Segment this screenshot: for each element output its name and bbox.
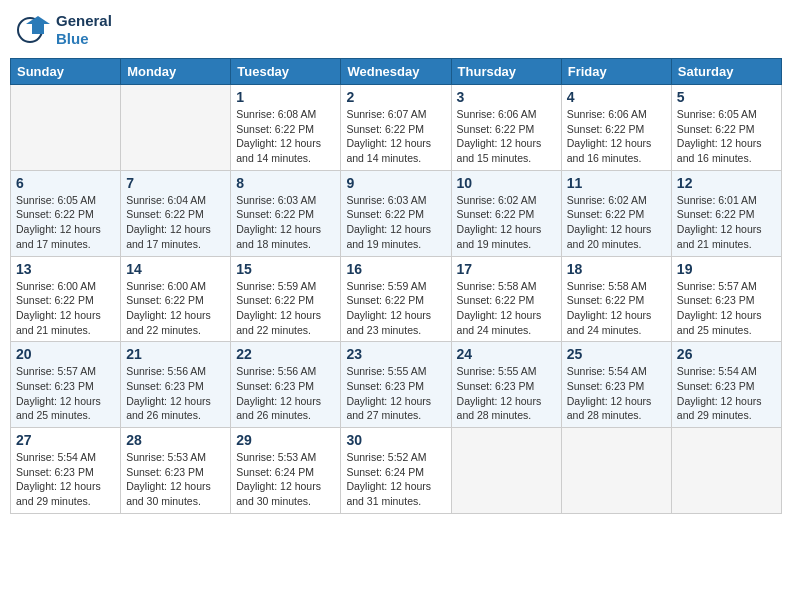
weekday-header-thursday: Thursday: [451, 59, 561, 85]
day-number: 1: [236, 89, 335, 105]
calendar-cell: 12Sunrise: 6:01 AMSunset: 6:22 PMDayligh…: [671, 170, 781, 256]
day-number: 15: [236, 261, 335, 277]
calendar-cell: 8Sunrise: 6:03 AMSunset: 6:22 PMDaylight…: [231, 170, 341, 256]
calendar-cell: 7Sunrise: 6:04 AMSunset: 6:22 PMDaylight…: [121, 170, 231, 256]
day-info: Sunrise: 5:52 AMSunset: 6:24 PMDaylight:…: [346, 450, 445, 509]
day-number: 16: [346, 261, 445, 277]
day-info: Sunrise: 6:04 AMSunset: 6:22 PMDaylight:…: [126, 193, 225, 252]
day-number: 10: [457, 175, 556, 191]
day-number: 3: [457, 89, 556, 105]
day-number: 23: [346, 346, 445, 362]
calendar-cell: [11, 85, 121, 171]
calendar-cell: 15Sunrise: 5:59 AMSunset: 6:22 PMDayligh…: [231, 256, 341, 342]
calendar-cell: 6Sunrise: 6:05 AMSunset: 6:22 PMDaylight…: [11, 170, 121, 256]
calendar-cell: 9Sunrise: 6:03 AMSunset: 6:22 PMDaylight…: [341, 170, 451, 256]
day-number: 28: [126, 432, 225, 448]
calendar-week-row: 27Sunrise: 5:54 AMSunset: 6:23 PMDayligh…: [11, 428, 782, 514]
day-info: Sunrise: 5:59 AMSunset: 6:22 PMDaylight:…: [236, 279, 335, 338]
logo-general: General: [56, 12, 112, 30]
weekday-header-sunday: Sunday: [11, 59, 121, 85]
calendar-cell: 3Sunrise: 6:06 AMSunset: 6:22 PMDaylight…: [451, 85, 561, 171]
calendar-cell: [451, 428, 561, 514]
calendar-cell: 22Sunrise: 5:56 AMSunset: 6:23 PMDayligh…: [231, 342, 341, 428]
day-info: Sunrise: 5:55 AMSunset: 6:23 PMDaylight:…: [346, 364, 445, 423]
header: GeneralBlue: [10, 10, 782, 50]
calendar-cell: 27Sunrise: 5:54 AMSunset: 6:23 PMDayligh…: [11, 428, 121, 514]
logo-icon: [14, 10, 54, 50]
day-info: Sunrise: 6:00 AMSunset: 6:22 PMDaylight:…: [126, 279, 225, 338]
day-number: 2: [346, 89, 445, 105]
day-info: Sunrise: 6:02 AMSunset: 6:22 PMDaylight:…: [457, 193, 556, 252]
day-number: 8: [236, 175, 335, 191]
day-number: 5: [677, 89, 776, 105]
weekday-header-monday: Monday: [121, 59, 231, 85]
day-number: 29: [236, 432, 335, 448]
day-info: Sunrise: 6:03 AMSunset: 6:22 PMDaylight:…: [236, 193, 335, 252]
day-number: 13: [16, 261, 115, 277]
day-number: 9: [346, 175, 445, 191]
day-number: 26: [677, 346, 776, 362]
day-number: 25: [567, 346, 666, 362]
day-info: Sunrise: 5:57 AMSunset: 6:23 PMDaylight:…: [16, 364, 115, 423]
weekday-header-friday: Friday: [561, 59, 671, 85]
day-info: Sunrise: 6:08 AMSunset: 6:22 PMDaylight:…: [236, 107, 335, 166]
day-info: Sunrise: 5:58 AMSunset: 6:22 PMDaylight:…: [457, 279, 556, 338]
logo-blue: Blue: [56, 30, 112, 48]
calendar-week-row: 20Sunrise: 5:57 AMSunset: 6:23 PMDayligh…: [11, 342, 782, 428]
calendar-cell: 16Sunrise: 5:59 AMSunset: 6:22 PMDayligh…: [341, 256, 451, 342]
calendar-cell: [121, 85, 231, 171]
weekday-header-tuesday: Tuesday: [231, 59, 341, 85]
day-number: 11: [567, 175, 666, 191]
day-info: Sunrise: 5:53 AMSunset: 6:23 PMDaylight:…: [126, 450, 225, 509]
calendar-cell: 14Sunrise: 6:00 AMSunset: 6:22 PMDayligh…: [121, 256, 231, 342]
day-info: Sunrise: 5:54 AMSunset: 6:23 PMDaylight:…: [567, 364, 666, 423]
day-number: 6: [16, 175, 115, 191]
day-info: Sunrise: 5:54 AMSunset: 6:23 PMDaylight:…: [16, 450, 115, 509]
weekday-header-row: SundayMondayTuesdayWednesdayThursdayFrid…: [11, 59, 782, 85]
calendar-cell: 2Sunrise: 6:07 AMSunset: 6:22 PMDaylight…: [341, 85, 451, 171]
weekday-header-saturday: Saturday: [671, 59, 781, 85]
day-info: Sunrise: 6:07 AMSunset: 6:22 PMDaylight:…: [346, 107, 445, 166]
day-number: 17: [457, 261, 556, 277]
day-info: Sunrise: 5:56 AMSunset: 6:23 PMDaylight:…: [236, 364, 335, 423]
day-info: Sunrise: 5:55 AMSunset: 6:23 PMDaylight:…: [457, 364, 556, 423]
calendar-cell: 30Sunrise: 5:52 AMSunset: 6:24 PMDayligh…: [341, 428, 451, 514]
calendar-cell: 21Sunrise: 5:56 AMSunset: 6:23 PMDayligh…: [121, 342, 231, 428]
calendar-week-row: 1Sunrise: 6:08 AMSunset: 6:22 PMDaylight…: [11, 85, 782, 171]
day-number: 20: [16, 346, 115, 362]
day-number: 21: [126, 346, 225, 362]
day-info: Sunrise: 5:53 AMSunset: 6:24 PMDaylight:…: [236, 450, 335, 509]
day-info: Sunrise: 6:06 AMSunset: 6:22 PMDaylight:…: [457, 107, 556, 166]
calendar-cell: 10Sunrise: 6:02 AMSunset: 6:22 PMDayligh…: [451, 170, 561, 256]
day-info: Sunrise: 6:05 AMSunset: 6:22 PMDaylight:…: [677, 107, 776, 166]
day-info: Sunrise: 5:57 AMSunset: 6:23 PMDaylight:…: [677, 279, 776, 338]
day-number: 12: [677, 175, 776, 191]
calendar-cell: [561, 428, 671, 514]
calendar-cell: 23Sunrise: 5:55 AMSunset: 6:23 PMDayligh…: [341, 342, 451, 428]
day-number: 22: [236, 346, 335, 362]
day-info: Sunrise: 5:58 AMSunset: 6:22 PMDaylight:…: [567, 279, 666, 338]
day-info: Sunrise: 6:06 AMSunset: 6:22 PMDaylight:…: [567, 107, 666, 166]
calendar-cell: 11Sunrise: 6:02 AMSunset: 6:22 PMDayligh…: [561, 170, 671, 256]
calendar-cell: 26Sunrise: 5:54 AMSunset: 6:23 PMDayligh…: [671, 342, 781, 428]
day-number: 4: [567, 89, 666, 105]
calendar-cell: 5Sunrise: 6:05 AMSunset: 6:22 PMDaylight…: [671, 85, 781, 171]
calendar-cell: 18Sunrise: 5:58 AMSunset: 6:22 PMDayligh…: [561, 256, 671, 342]
calendar-cell: 4Sunrise: 6:06 AMSunset: 6:22 PMDaylight…: [561, 85, 671, 171]
calendar-cell: 19Sunrise: 5:57 AMSunset: 6:23 PMDayligh…: [671, 256, 781, 342]
day-info: Sunrise: 6:02 AMSunset: 6:22 PMDaylight:…: [567, 193, 666, 252]
calendar-cell: 29Sunrise: 5:53 AMSunset: 6:24 PMDayligh…: [231, 428, 341, 514]
day-info: Sunrise: 5:56 AMSunset: 6:23 PMDaylight:…: [126, 364, 225, 423]
calendar-cell: 24Sunrise: 5:55 AMSunset: 6:23 PMDayligh…: [451, 342, 561, 428]
calendar-cell: 13Sunrise: 6:00 AMSunset: 6:22 PMDayligh…: [11, 256, 121, 342]
calendar-cell: [671, 428, 781, 514]
day-info: Sunrise: 5:59 AMSunset: 6:22 PMDaylight:…: [346, 279, 445, 338]
day-number: 24: [457, 346, 556, 362]
day-number: 7: [126, 175, 225, 191]
day-info: Sunrise: 6:00 AMSunset: 6:22 PMDaylight:…: [16, 279, 115, 338]
calendar-cell: 28Sunrise: 5:53 AMSunset: 6:23 PMDayligh…: [121, 428, 231, 514]
calendar-cell: 20Sunrise: 5:57 AMSunset: 6:23 PMDayligh…: [11, 342, 121, 428]
calendar-week-row: 6Sunrise: 6:05 AMSunset: 6:22 PMDaylight…: [11, 170, 782, 256]
calendar-cell: 1Sunrise: 6:08 AMSunset: 6:22 PMDaylight…: [231, 85, 341, 171]
day-number: 14: [126, 261, 225, 277]
